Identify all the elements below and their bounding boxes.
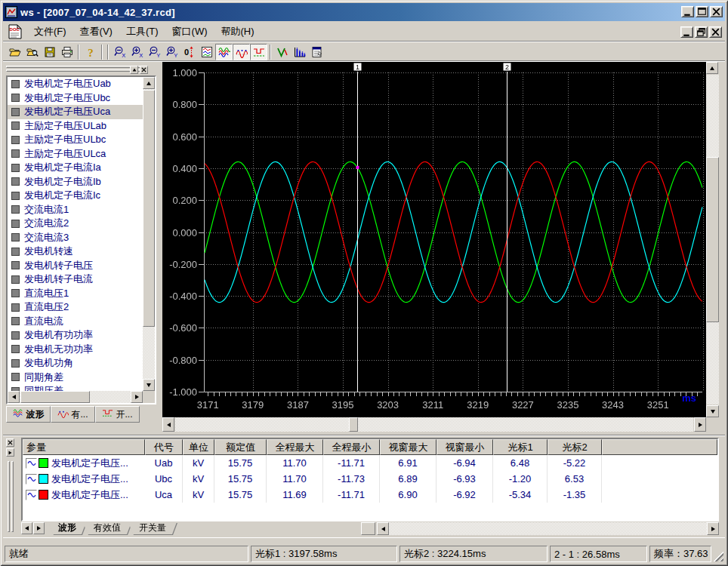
menu-item[interactable]: 窗口(W) (165, 23, 214, 41)
table-row[interactable]: 发电机定子电压...UabkV15.7511.70-11.716.91-6.94… (23, 455, 717, 471)
zero-line-button[interactable]: 0 (180, 44, 198, 60)
sidebar-channel-item[interactable]: 交流电流2 (8, 217, 143, 231)
scroll-down-button[interactable] (143, 379, 155, 391)
sidebar-channel-item[interactable]: 发电机定子电流Ib (8, 175, 143, 189)
scroll-up-button[interactable] (706, 62, 718, 74)
bottom-tab-3[interactable]: 开关量 (128, 522, 177, 534)
sidebar-channel-item[interactable]: 交流电流1 (8, 203, 143, 217)
menu-item[interactable]: 工具(T) (119, 23, 165, 41)
table-row[interactable]: 发电机定子电压...UcakV15.7511.69-11.716.90-6.92… (23, 487, 717, 503)
channel-list-horizontal-scrollbar[interactable] (8, 391, 143, 403)
sidebar-channel-item[interactable]: 发电机转子电压 (8, 259, 143, 273)
table-horizontal-scrollbar[interactable] (377, 522, 719, 535)
waveform-chart-canvas[interactable] (162, 62, 706, 417)
menu-item[interactable]: 文件(F) (27, 23, 73, 41)
channel-list-vertical-scrollbar[interactable] (143, 77, 155, 391)
waveform-visible-checkbox[interactable] (26, 490, 37, 500)
chart-vertical-scrollbar[interactable] (706, 62, 719, 417)
resize-grip[interactable] (712, 550, 723, 561)
table-row[interactable]: 发电机定子电压...UbckV15.7511.70-11.736.89-6.93… (23, 471, 717, 487)
sidebar-tab-1[interactable]: 波形 (6, 406, 51, 423)
zoom-in-x-button[interactable]: X (128, 44, 146, 60)
waveform-view-button[interactable] (215, 44, 233, 60)
pane-divider[interactable] (3, 435, 725, 436)
tab-scroll-right-button[interactable] (33, 522, 45, 534)
sidebar-channel-item[interactable]: 发电机定子电流Ic (8, 189, 143, 203)
sidebar-tab-3[interactable]: 开... (95, 406, 140, 423)
scroll-right-button[interactable] (707, 522, 719, 535)
scrollbar-thumb[interactable] (143, 90, 155, 327)
pane-collapse-button[interactable] (130, 66, 138, 74)
bottom-dock-strip[interactable] (6, 437, 20, 534)
menu-item[interactable]: 查看(V) (73, 23, 119, 41)
sidebar-channel-item[interactable]: 主励定子电压ULab (8, 119, 143, 134)
scrollbar-thumb[interactable] (349, 417, 358, 432)
help-button[interactable]: ? (82, 44, 99, 60)
harmonic-bars-button[interactable] (291, 44, 308, 60)
sidebar-channel-item[interactable]: 直流电压2 (8, 300, 143, 315)
scroll-down-button[interactable] (706, 405, 719, 417)
channel-label: 发电机功角 (24, 356, 73, 370)
channel-list-button[interactable] (198, 44, 215, 60)
pane-gripper[interactable] (6, 66, 140, 73)
save-button[interactable] (41, 44, 58, 60)
rms-view-button[interactable] (233, 44, 250, 60)
print-button[interactable] (58, 44, 76, 60)
sidebar-channel-item[interactable]: 主励定子电压ULbc (8, 133, 143, 147)
sidebar-channel-item[interactable]: 发电机功角 (8, 356, 143, 371)
column-header: 单位 (183, 439, 214, 455)
vector-diagram-button[interactable] (273, 44, 291, 60)
minimize-button[interactable] (681, 6, 694, 17)
scroll-left-button[interactable] (377, 522, 389, 535)
mdi-restore-button[interactable] (695, 26, 708, 38)
menu-item[interactable]: 帮助(H) (214, 23, 261, 41)
tab-splitter-handle[interactable] (361, 522, 375, 535)
sidebar-channel-item[interactable]: 同期压差 (8, 384, 143, 391)
bottom-tab-1[interactable]: 波形 (48, 522, 86, 534)
sidebar-channel-item[interactable]: 交流电流3 (8, 231, 143, 245)
open-record-button[interactable] (23, 44, 41, 60)
tab-scroll-left-button[interactable] (21, 522, 32, 534)
switch-view-button[interactable] (250, 44, 267, 60)
sidebar-channel-item[interactable]: 发电机转速 (8, 245, 143, 259)
properties-button[interactable] (308, 44, 325, 60)
sidebar-channel-item[interactable]: 主励定子电压ULca (8, 147, 143, 161)
open-button[interactable] (6, 44, 23, 60)
sidebar-channel-item[interactable]: 发电机定子电流Ia (8, 161, 143, 175)
maximize-button[interactable] (696, 6, 708, 17)
document-system-icon[interactable]: DOC (8, 24, 23, 39)
sidebar-channel-item[interactable]: 发电机转子电流 (8, 272, 143, 287)
sidebar-channel-item[interactable]: 发电机定子电压Ubc (8, 91, 143, 106)
pane-close-button[interactable] (140, 66, 148, 74)
sidebar-channel-item[interactable]: 发电机有功功率 (8, 328, 143, 343)
scroll-left-button[interactable] (162, 417, 174, 432)
zoom-out-y-button[interactable]: Y (146, 44, 163, 60)
sidebar-channel-item[interactable]: 发电机定子电压Uab (8, 77, 143, 91)
zoom-out-x-button[interactable]: X (111, 44, 128, 60)
waveform-visible-checkbox[interactable] (26, 474, 37, 484)
scroll-right-button[interactable] (694, 417, 706, 432)
sidebar-channel-item[interactable]: 同期角差 (8, 371, 143, 385)
sidebar-tab-2[interactable]: 有... (51, 406, 95, 423)
waveform-visible-checkbox[interactable] (26, 458, 37, 469)
scroll-up-button[interactable] (143, 77, 155, 89)
pane-expand-button[interactable] (6, 448, 14, 457)
pane-close-button[interactable] (6, 438, 14, 447)
scroll-right-button[interactable] (131, 391, 143, 403)
close-button[interactable] (710, 6, 723, 17)
scrollbar-track[interactable] (175, 417, 693, 432)
scrollbar-thumb[interactable] (706, 157, 719, 322)
sidebar-channel-item[interactable]: 发电机定子电压Uca (8, 105, 143, 119)
mdi-close-button[interactable] (709, 26, 722, 38)
scrollbar-thumb[interactable] (20, 391, 90, 403)
scrollbar-track[interactable] (389, 522, 707, 535)
mdi-minimize-button[interactable] (680, 26, 693, 38)
title-bar[interactable]: ws - [2007_07_04-14_42_37.rcd] (3, 3, 725, 21)
chart-horizontal-scrollbar[interactable] (162, 417, 706, 432)
scroll-left-button[interactable] (8, 391, 20, 403)
sidebar-channel-item[interactable]: 直流电流 (8, 315, 143, 329)
bottom-tab-2[interactable]: 有效值 (83, 522, 131, 534)
sidebar-channel-item[interactable]: 发电机无功功率 (8, 343, 143, 357)
zoom-in-y-button[interactable]: Y (163, 44, 180, 60)
sidebar-channel-item[interactable]: 直流电压1 (8, 287, 143, 301)
